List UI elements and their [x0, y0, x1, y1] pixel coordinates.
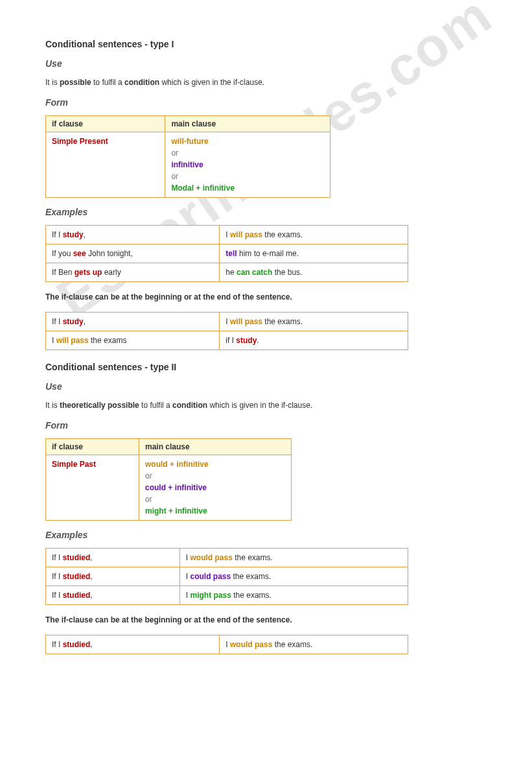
form-table-2: if clause main clause Simple Past would …	[45, 438, 292, 521]
t: If I	[52, 230, 63, 239]
ex1-r2-l: If Ben gets up early	[46, 263, 220, 282]
ex2-r0-l: If I studied,	[46, 549, 180, 567]
fr1-l1: will-future	[171, 137, 208, 146]
t: ,	[90, 640, 92, 649]
fr1-or2: or	[171, 172, 178, 181]
t: I	[226, 230, 230, 239]
fr1-or1: or	[171, 148, 178, 158]
heading-examples-2: Examples	[45, 530, 487, 540]
t: ,	[84, 230, 86, 239]
th-if-1: if clause	[46, 116, 165, 132]
examples-table-1: If I study, I will pass the exams. If yo…	[45, 225, 408, 282]
t: I	[186, 591, 191, 600]
use-text-1: It is possible to fulfil a condition whi…	[45, 77, 487, 88]
note-table-2: If I studied, I would pass the exams.	[45, 635, 408, 654]
nt1-r0-l: If I study,	[46, 313, 220, 331]
fr2-l3: might + infinitive	[145, 506, 207, 515]
t: gets up	[75, 268, 102, 277]
t: him to e-mail me.	[237, 249, 299, 258]
table-row: If I study, I will pass the exams.	[46, 226, 408, 244]
t: studied	[63, 553, 91, 562]
t: I	[226, 317, 230, 326]
t: the bus.	[272, 268, 302, 277]
form-left-2-text: Simple Past	[52, 460, 96, 469]
th-if-2: if clause	[46, 439, 139, 455]
t: If you	[52, 249, 73, 258]
ex1-r1-r: tell him to e-mail me.	[220, 244, 408, 263]
note-2: The if-clause can be at the beginning or…	[45, 614, 487, 626]
use1-t1: It is	[45, 78, 60, 87]
table-row: If Ben gets up early he can catch the bu…	[46, 263, 408, 282]
t: the exams.	[262, 230, 303, 239]
t: studied	[63, 591, 91, 600]
t: I	[52, 336, 56, 345]
fr2-or1: or	[145, 471, 152, 480]
note-table-1: If I study, I will pass the exams. I wil…	[45, 312, 408, 350]
t: will pass	[56, 336, 89, 345]
form-right-1: will-future or infinitive or Modal + inf…	[165, 132, 330, 198]
use2-b2: condition	[172, 401, 207, 410]
heading-form-1: Form	[45, 97, 487, 108]
ex2-r1-l: If I studied,	[46, 567, 180, 586]
nt2-r0-r: I would pass the exams.	[220, 635, 408, 654]
heading-use-2: Use	[45, 381, 487, 392]
page-content: Conditional sentences - type I Use It is…	[0, 0, 532, 689]
ex1-r0-r: I will pass the exams.	[220, 226, 408, 244]
heading-use-1: Use	[45, 58, 487, 69]
use1-t3: which is given in the if-clause.	[159, 78, 264, 87]
t: ,	[90, 572, 92, 581]
table-row: If I studied, I would pass the exams.	[46, 635, 408, 654]
use1-t2: to fulfil a	[91, 78, 124, 87]
nt1-r1-r: if I study.	[220, 331, 408, 350]
t: If I	[52, 572, 63, 581]
t: John tonight,	[86, 249, 133, 258]
t: he	[226, 268, 237, 277]
table-row: If I study, I will pass the exams.	[46, 313, 408, 331]
t: would pass	[191, 553, 233, 562]
form-left-1-text: Simple Present	[52, 137, 108, 146]
t: study	[236, 336, 257, 345]
use2-b1: theoretically possible	[60, 401, 139, 410]
table-row: Simple Past would + infinitive or could …	[46, 455, 292, 521]
title-type1: Conditional sentences - type I	[45, 39, 487, 49]
nt1-r1-l: I will pass the exams	[46, 331, 220, 350]
ex2-r2-l: If I studied,	[46, 586, 180, 605]
t: If I	[52, 591, 63, 600]
use2-t1: It is	[45, 401, 60, 410]
t: can catch	[237, 268, 272, 277]
t: studied	[63, 640, 91, 649]
ex2-r0-r: I would pass the exams.	[179, 549, 408, 567]
t: might pass	[191, 591, 231, 600]
t: will pass	[230, 230, 262, 239]
heading-examples-1: Examples	[45, 207, 487, 217]
t: will pass	[230, 317, 262, 326]
t: the exams.	[231, 591, 272, 600]
table-row: if clause main clause	[46, 439, 292, 455]
t: If Ben	[52, 268, 75, 277]
form-left-1: Simple Present	[46, 132, 165, 198]
fr1-l3: Modal + infinitive	[171, 184, 235, 193]
use2-t2: to fulfil a	[139, 401, 172, 410]
form-left-2: Simple Past	[46, 455, 139, 521]
t: I	[226, 640, 230, 649]
t: studied	[63, 572, 91, 581]
t: study	[63, 230, 84, 239]
t: see	[73, 249, 86, 258]
t: If I	[52, 553, 63, 562]
t: early	[102, 268, 121, 277]
t: the exams.	[262, 317, 303, 326]
fr2-l1: would + infinitive	[145, 460, 209, 469]
t: the exams.	[231, 572, 271, 581]
heading-form-2: Form	[45, 420, 487, 431]
th-main-2: main clause	[139, 439, 292, 455]
table-row: if clause main clause	[46, 116, 330, 132]
t: the exams.	[272, 640, 312, 649]
t: would pass	[230, 640, 272, 649]
table-row: I will pass the exams if I study.	[46, 331, 408, 350]
fr2-or2: or	[145, 495, 152, 504]
t: the exams	[89, 336, 127, 345]
t: ,	[90, 553, 92, 562]
t: I	[186, 572, 191, 581]
use1-b1: possible	[60, 78, 91, 87]
table-row: If I studied, I could pass the exams.	[46, 567, 408, 586]
